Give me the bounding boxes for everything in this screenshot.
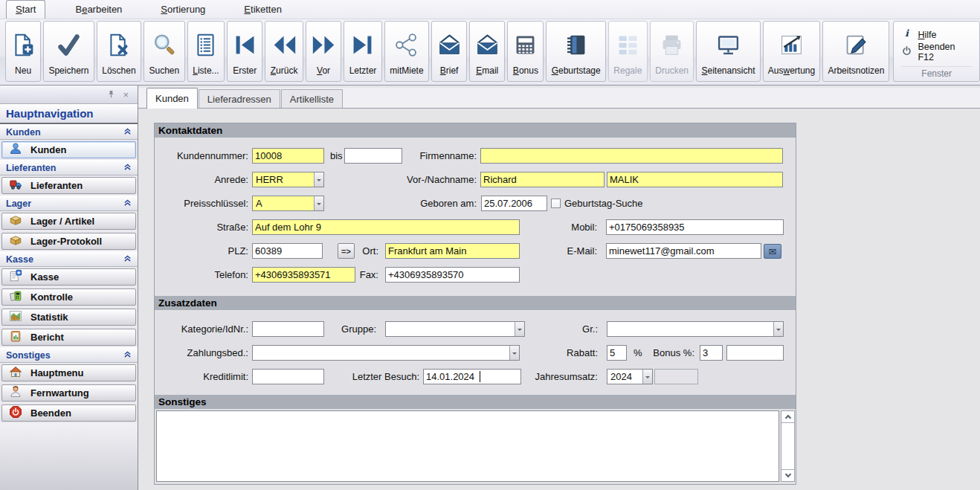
receipt-plus-icon xyxy=(9,269,22,285)
toolbar-button-bonus[interactable]: Bonus xyxy=(507,21,544,82)
chevron-up-double-icon[interactable] xyxy=(123,127,132,138)
firmenname-input[interactable] xyxy=(480,148,783,164)
gr-select[interactable] xyxy=(607,321,784,337)
letzter-besuch-input[interactable] xyxy=(423,369,521,384)
menu-tab-start[interactable]: Start xyxy=(6,0,45,19)
toolbar-button-auswertung[interactable]: Auswertung xyxy=(763,21,821,82)
last-icon xyxy=(350,22,375,64)
tab-lieferadressen[interactable]: Lieferadressen xyxy=(199,89,280,108)
toolbar-button-zur-ck[interactable]: Zurück xyxy=(265,21,303,82)
geboren-am-input[interactable] xyxy=(481,196,547,211)
sidebar-item-kunden[interactable]: Kunden xyxy=(1,141,136,158)
bonus-input[interactable] xyxy=(700,345,723,361)
group-item-beenden-f12[interactable]: Beenden F12 xyxy=(901,43,972,60)
toolbar-button-l-schen[interactable]: Löschen xyxy=(97,21,141,82)
toolbar-button-neu[interactable]: Neu xyxy=(5,21,41,82)
sidebar-titlebar: × xyxy=(0,86,138,103)
toolbar-button-brief[interactable]: Brief xyxy=(431,21,467,82)
rabatt-input[interactable] xyxy=(607,345,627,361)
sidebar-item-lager-artikel[interactable]: Lager / Artikel xyxy=(1,213,136,230)
chevron-up-double-icon[interactable] xyxy=(123,163,132,173)
rabatt-label: Rabatt: xyxy=(541,345,598,361)
chevron-down-icon[interactable] xyxy=(515,322,524,336)
chevron-down-icon[interactable] xyxy=(314,173,323,187)
scroll-up-icon[interactable] xyxy=(781,411,794,423)
notebook-icon xyxy=(564,22,588,64)
email-input[interactable] xyxy=(606,243,761,259)
sidebar-item-kontrolle[interactable]: Kontrolle xyxy=(1,288,136,306)
sidebar-item-fernwartung[interactable]: Fernwartung xyxy=(1,384,136,402)
sidebar-item-lieferanten[interactable]: Lieferanten xyxy=(1,177,136,194)
chevron-up-double-icon[interactable] xyxy=(123,350,132,361)
sidebar-item-hauptmenu[interactable]: Hauptmenu xyxy=(1,364,136,381)
toolbar-button-arbeitsnotizen[interactable]: Arbeitsnotizen xyxy=(822,21,889,82)
chevron-down-icon[interactable] xyxy=(642,370,652,384)
sonstiges-textarea[interactable] xyxy=(156,410,779,482)
menu-tab-sortierung[interactable]: Sortierung xyxy=(152,1,214,19)
chevron-down-icon[interactable] xyxy=(314,196,323,210)
chevron-down-icon[interactable] xyxy=(509,346,519,360)
chart-icon xyxy=(779,22,804,64)
bonus-extra-input[interactable] xyxy=(726,345,784,361)
preisschluessel-label: Preisschlüssel: xyxy=(155,196,248,211)
kategorie-input[interactable] xyxy=(252,321,324,337)
anrede-label: Anrede: xyxy=(155,172,248,187)
strasse-input[interactable] xyxy=(252,219,520,235)
plz-input[interactable] xyxy=(252,243,323,259)
toolbar-button-suchen[interactable]: Suchen xyxy=(144,21,185,82)
sidebar-item-bericht[interactable]: Bericht xyxy=(1,329,136,346)
mobil-input[interactable] xyxy=(606,219,784,235)
sidebar-item-kasse[interactable]: Kasse xyxy=(1,268,136,286)
kreditlimit-label: Kreditlimit: xyxy=(155,369,248,384)
vorname-input[interactable] xyxy=(480,172,605,187)
toolbar-button-liste[interactable]: Liste... xyxy=(187,21,225,82)
toolbar-button-regale: Regale xyxy=(608,21,648,82)
toolbar-button-erster[interactable]: Erster xyxy=(227,21,262,82)
sidebar-group-kasse[interactable]: Kasse xyxy=(0,251,138,267)
chevron-up-double-icon[interactable] xyxy=(123,254,132,265)
person-icon xyxy=(9,142,22,158)
sidebar-group-lager[interactable]: Lager xyxy=(0,196,138,211)
fenster-group: i Hilfe Beenden F12Fenster xyxy=(893,21,980,82)
toolbar-button-seitenansicht[interactable]: Seitenansicht xyxy=(696,21,760,82)
toolbar-button-mitmiete[interactable]: mitMiete xyxy=(384,21,429,82)
zahlungsbed-select[interactable] xyxy=(252,345,520,361)
preisschluessel-select[interactable]: A xyxy=(252,196,324,211)
sonstiges-scrollbar[interactable] xyxy=(781,410,795,482)
jahresumsatz-select[interactable]: 2024 xyxy=(607,369,653,384)
anrede-select[interactable]: HERR xyxy=(252,172,324,187)
chevron-down-icon[interactable] xyxy=(773,322,783,336)
sidebar-item-statistik[interactable]: Statistik xyxy=(1,309,136,326)
person-support-icon xyxy=(9,385,22,401)
geburtstag-suche-checkbox[interactable] xyxy=(551,199,561,208)
scroll-down-icon[interactable] xyxy=(781,469,794,481)
shelves-icon xyxy=(616,22,640,64)
toolbar-button-letzter[interactable]: Letzter xyxy=(344,21,382,82)
send-email-button[interactable]: ✉ xyxy=(764,244,781,259)
sidebar-group-sonstiges[interactable]: Sonstiges xyxy=(0,347,138,363)
toolbar-button-speichern[interactable]: Speichern xyxy=(43,21,94,82)
toolbar-button-email[interactable]: Email xyxy=(469,21,505,82)
fax-input[interactable] xyxy=(385,267,520,283)
sidebar-group-kunden[interactable]: Kunden xyxy=(0,124,138,140)
rewind-icon xyxy=(272,22,297,64)
tab-kunden[interactable]: Kunden xyxy=(146,88,198,109)
tab-artikelliste[interactable]: Artikelliste xyxy=(281,89,343,108)
monitor-icon xyxy=(716,22,741,64)
kreditlimit-input[interactable] xyxy=(252,369,324,384)
forward-icon xyxy=(312,22,336,64)
gruppe-select[interactable] xyxy=(385,321,525,337)
sidebar-item-lager-protokoll[interactable]: Lager-Protokoll xyxy=(1,233,136,250)
pin-icon[interactable] xyxy=(107,88,115,101)
chevron-up-double-icon[interactable] xyxy=(123,199,132,209)
kundennummer-input[interactable] xyxy=(252,148,324,164)
sidebar-item-beenden[interactable]: Beenden xyxy=(1,404,136,422)
toolbar-button-geburtstage[interactable]: Geburtstage xyxy=(546,21,605,82)
toolbar-button-vor[interactable]: Vor xyxy=(306,21,341,82)
menu-tab-bearbeiten[interactable]: Bearbeiten xyxy=(66,1,131,19)
letzter-besuch-label: Letzter Besuch: xyxy=(326,369,419,384)
menu-tab-etiketten[interactable]: Etiketten xyxy=(235,1,291,19)
nachname-input[interactable] xyxy=(607,172,783,187)
sidebar-group-lieferanten[interactable]: Lieferanten xyxy=(0,160,138,175)
close-icon[interactable]: × xyxy=(123,91,129,99)
